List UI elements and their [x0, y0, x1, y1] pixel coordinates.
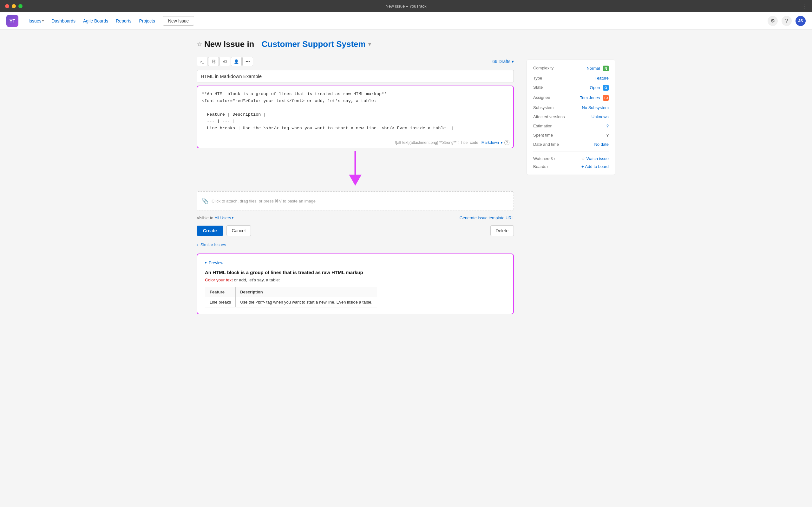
preview-header[interactable]: ▾ Preview	[205, 261, 506, 265]
visibility-row: Visible to All Users ▾ Generate issue te…	[197, 216, 514, 220]
similar-chevron: ▸	[197, 243, 199, 247]
project-name[interactable]: Customer Support System	[262, 39, 366, 49]
sidebar-estimation-value[interactable]: ?	[606, 124, 609, 128]
toolbar-code-button[interactable]: >_	[197, 57, 207, 66]
sidebar-affected-label: Affected versions	[533, 114, 568, 119]
nav-icons: ⚙ ? JS	[768, 16, 806, 26]
nav-issues-chevron: ▾	[42, 19, 44, 22]
toolbar-more-button[interactable]: •••	[242, 57, 253, 66]
table-header-description: Description	[236, 287, 377, 297]
sidebar-complexity-badge: N	[603, 66, 609, 71]
boards-chevron[interactable]: ›	[547, 164, 548, 169]
more-icon: •••	[246, 59, 250, 64]
page-title: ☆ New Issue in Customer Support System ▾	[197, 39, 514, 49]
nav-projects[interactable]: Projects	[139, 18, 155, 23]
watchers-count: 0	[551, 156, 553, 161]
table-header-feature: Feature	[205, 287, 236, 297]
sidebar-state-value[interactable]: Open	[590, 85, 600, 90]
sidebar-affected-value[interactable]: Unknown	[592, 114, 609, 119]
sidebar-complexity-row: Complexity Normal N	[533, 66, 609, 71]
sidebar-complexity-value[interactable]: Normal	[587, 66, 600, 71]
window-title: New Issue – YouTrack	[386, 4, 426, 9]
watch-issue-button[interactable]: ☆ Watch issue	[581, 156, 609, 161]
cancel-button[interactable]: Cancel	[226, 225, 251, 236]
logo[interactable]: YT	[6, 15, 18, 27]
nav-dashboards-label: Dashboards	[51, 18, 75, 23]
description-textarea[interactable]: **An HTML block is a group of lines that…	[197, 86, 513, 137]
description-wrapper: **An HTML block is a group of lines that…	[197, 86, 514, 148]
toolbar-user-button[interactable]: 👤	[231, 57, 242, 66]
sidebar-date-value[interactable]: No date	[594, 142, 609, 147]
nav-reports[interactable]: Reports	[116, 18, 131, 23]
sidebar-spent-time-label: Spent time	[533, 133, 568, 137]
help-icon-description[interactable]: ?	[504, 140, 509, 145]
sidebar-subsystem-label: Subsystem	[533, 105, 568, 110]
preview-chevron: ▾	[205, 261, 207, 265]
sidebar-subsystem-value[interactable]: No Subsystem	[582, 105, 609, 110]
tag-icon: 🏷	[223, 59, 227, 64]
sidebar-type-value[interactable]: Feature	[595, 76, 609, 80]
star-icon[interactable]: ☆	[197, 41, 202, 48]
markdown-link[interactable]: Markdown	[481, 140, 499, 145]
nav-issues[interactable]: Issues ▾	[29, 18, 44, 23]
nav-dashboards[interactable]: Dashboards	[51, 18, 75, 23]
minimize-button[interactable]	[12, 4, 16, 8]
watchers-chevron[interactable]: ›	[554, 156, 555, 161]
add-to-board-button[interactable]: + Add to board	[581, 164, 609, 169]
preview-table: Feature Description Line breaks Use the …	[205, 287, 377, 307]
project-dropdown-arrow[interactable]: ▾	[368, 41, 371, 47]
help-icon-button[interactable]: ?	[781, 16, 792, 26]
sidebar-assignee-badge: TJ	[603, 95, 609, 101]
toolbar-buttons: >_ ⛓ 🏷 👤 •••	[197, 57, 253, 66]
sidebar-estimation-label: Estimation	[533, 124, 568, 128]
sidebar-assignee-label: Assignee	[533, 95, 568, 100]
toolbar-link-button[interactable]: ⛓	[208, 57, 219, 66]
code-icon: >_	[200, 60, 204, 64]
sidebar-affected-versions-row: Affected versions Unknown	[533, 114, 609, 119]
watch-star-icon: ☆	[581, 156, 585, 161]
drafts-chevron: ▾	[512, 59, 514, 64]
maximize-button[interactable]	[18, 4, 22, 8]
svg-marker-1	[349, 175, 362, 186]
main-container: ☆ New Issue in Customer Support System ▾…	[184, 30, 628, 330]
markdown-arrow[interactable]: ▾	[501, 141, 502, 145]
sidebar-spent-time-row: Spent time ?	[533, 133, 609, 137]
window-menu-icon[interactable]: ⋮	[801, 3, 807, 9]
close-button[interactable]	[5, 4, 9, 8]
delete-button[interactable]: Delete	[490, 225, 514, 236]
similar-issues[interactable]: ▸ Similar Issues	[197, 242, 514, 247]
nav-issues-label: Issues	[29, 18, 41, 23]
nav-agile-boards-label: Agile Boards	[83, 18, 108, 23]
user-avatar-button[interactable]: JS	[796, 16, 806, 26]
toolbar-tag-button[interactable]: 🏷	[219, 57, 230, 66]
sidebar-type-row: Type Feature	[533, 76, 609, 80]
description-footer: ![alt text](attachment.png) **Strong** #…	[197, 138, 513, 148]
similar-issues-label: Similar Issues	[200, 242, 226, 247]
sidebar-state-badge: O	[603, 85, 609, 91]
sidebar-estimation-row: Estimation ?	[533, 124, 609, 128]
nav-agile-boards[interactable]: Agile Boards	[83, 18, 108, 23]
drafts-link[interactable]: 66 Drafts ▾	[492, 59, 514, 64]
issue-title-input[interactable]	[197, 70, 514, 82]
sidebar-state-label: State	[533, 85, 568, 90]
attachment-icon: 📎	[201, 198, 208, 205]
visible-to-label: Visible to	[197, 216, 213, 220]
sidebar-assignee-value[interactable]: Tom Jones	[580, 95, 600, 100]
settings-icon-button[interactable]: ⚙	[768, 16, 778, 26]
window-controls[interactable]	[5, 4, 22, 8]
preview-paragraph: Color your text or add, let's say, a tab…	[205, 278, 506, 282]
nav-projects-label: Projects	[139, 18, 155, 23]
attachment-area[interactable]: 📎 Click to attach, drag files, or press …	[197, 191, 514, 210]
arrow-annotation	[197, 151, 514, 189]
issue-toolbar: >_ ⛓ 🏷 👤 ••• 66 Drafts ▾	[197, 57, 514, 66]
visible-to-value[interactable]: All Users ▾	[215, 216, 234, 220]
sidebar-subsystem-row: Subsystem No Subsystem	[533, 105, 609, 110]
create-button[interactable]: Create	[197, 226, 223, 236]
pink-arrow-svg	[346, 151, 365, 189]
help-icon: ?	[785, 18, 788, 24]
visible-to-users: All Users	[215, 216, 231, 220]
new-issue-button[interactable]: New Issue	[163, 16, 194, 26]
generate-url-link[interactable]: Generate issue template URL	[460, 216, 514, 220]
preview-section: ▾ Preview An HTML block is a group of li…	[197, 253, 514, 314]
top-navigation: YT Issues ▾ Dashboards Agile Boards Repo…	[0, 12, 812, 30]
